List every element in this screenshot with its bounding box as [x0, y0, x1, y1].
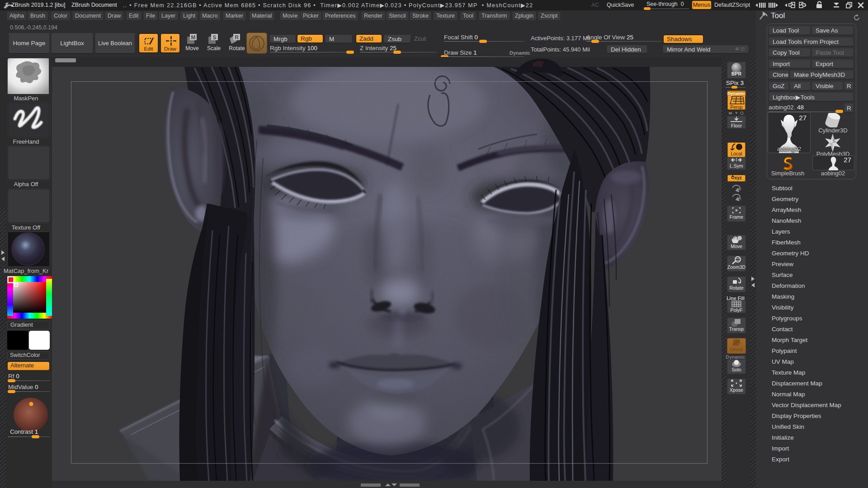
svg-text:S: S — [212, 34, 216, 41]
svg-text:Rotate: Rotate — [229, 45, 245, 52]
svg-text:Y: Y — [739, 188, 742, 192]
svg-text:M: M — [191, 34, 196, 41]
svg-text:27: 27 — [799, 114, 807, 122]
svg-text:R: R — [235, 34, 239, 41]
svg-text:Move: Move — [185, 45, 199, 52]
svg-text:Z: Z — [739, 197, 741, 201]
svg-text:27: 27 — [844, 156, 851, 164]
svg-text:Scale: Scale — [207, 45, 221, 52]
